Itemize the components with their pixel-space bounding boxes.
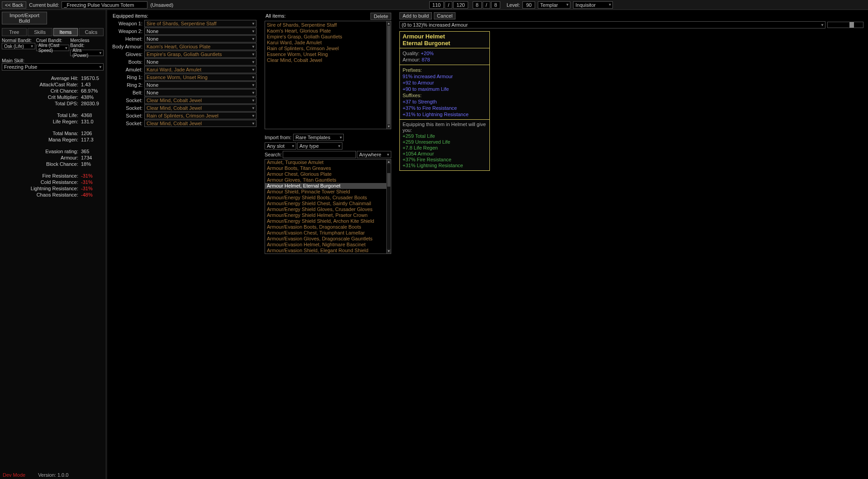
tab-calcs[interactable]: Calcs: [79, 28, 104, 36]
equip-slot-select[interactable]: Rain of Splinters, Crimson Jewel: [144, 112, 256, 119]
equip-slot-select[interactable]: Clear Mind, Cobalt Jewel: [144, 120, 256, 127]
class-select[interactable]: Templar: [538, 1, 570, 9]
list-item[interactable]: Rain of Splinters, Crimson Jewel: [267, 46, 389, 52]
build-name-input[interactable]: [62, 1, 147, 9]
normal-bandit-select[interactable]: Oak (Life): [2, 43, 35, 49]
points2: 8: [473, 1, 482, 9]
add-to-build-button[interactable]: Add to build: [399, 12, 432, 19]
equip-slot-select[interactable]: Sire of Shards, Serpentine Staff: [144, 20, 256, 27]
all-items-list[interactable]: Sire of Shards, Serpentine StaffKaom's H…: [265, 21, 391, 129]
equip-slot-label: Ring 1:: [112, 75, 144, 80]
list-item[interactable]: Armour/Energy Shield Boots, Crusader Boo…: [265, 195, 391, 201]
mod-line: +259 Total Life: [403, 133, 487, 139]
prefixes-label: Prefixes:: [403, 67, 487, 73]
list-item[interactable]: Karui Ward, Jade Amulet: [267, 40, 389, 46]
list-item[interactable]: Armour/Energy Shield Shield, Archon Kite…: [265, 218, 391, 224]
equip-slot-select[interactable]: None: [144, 81, 256, 89]
points1: 110: [429, 1, 444, 9]
equip-slot-select[interactable]: None: [144, 35, 256, 42]
points2-max: 8: [491, 1, 500, 9]
left-panel: Import/Export Build Tree Skills Items Ca…: [0, 10, 107, 479]
ascendancy-select[interactable]: Inquisitor: [573, 1, 613, 9]
template-list[interactable]: Amulet, Turquoise AmuletArmour Boots, Ti…: [265, 159, 391, 254]
cruel-bandit-select[interactable]: Alira (Cast Speed): [36, 45, 70, 51]
import-source-select[interactable]: Rare Templates: [293, 134, 344, 141]
cancel-button[interactable]: Cancel: [434, 12, 455, 19]
mod-select[interactable]: (0 to 132)% increased Armour: [399, 21, 825, 28]
equip-slot-select[interactable]: None: [144, 28, 256, 35]
mainskill-label: Main Skill:: [2, 58, 104, 63]
suffixes-label: Suffixes:: [403, 92, 487, 99]
equip-slot-label: Gloves:: [112, 52, 144, 57]
list-item[interactable]: Armour/Evasion Boots, Dragonscale Boots: [265, 224, 391, 230]
equip-slot-select[interactable]: Clear Mind, Cobalt Jewel: [144, 104, 256, 112]
scroll-up-icon[interactable]: ▲: [387, 21, 391, 26]
list-item[interactable]: Armour/Energy Shield Gloves, Crusader Gl…: [265, 207, 391, 212]
equip-slot-label: Amulet:: [112, 67, 144, 72]
import-export-button[interactable]: Import/Export Build: [2, 12, 47, 24]
mod-line: +37% Fire Resistance: [403, 157, 487, 163]
scroll-up-icon[interactable]: ▲: [387, 160, 391, 164]
search-input[interactable]: [283, 151, 356, 158]
list-item[interactable]: Armour/Evasion Chest, Triumphant Lamella…: [265, 230, 391, 236]
list-item[interactable]: Armour/Evasion Helmet, Nightmare Bascine…: [265, 242, 391, 248]
equip-slot-select[interactable]: Clear Mind, Cobalt Jewel: [144, 97, 256, 104]
delete-button[interactable]: Delete: [370, 13, 391, 20]
allitems-scrollbar[interactable]: ▲ ▼: [386, 21, 391, 129]
item-title: Armour Helmet: [403, 33, 487, 40]
search-mode-select[interactable]: Anywhere: [357, 151, 391, 158]
all-items-col: All items: Delete Sire of Shards, Serpen…: [265, 12, 391, 477]
mod-line: +1054 Armour: [403, 151, 487, 157]
templates-scrollbar[interactable]: ▲ ▼: [386, 160, 391, 254]
list-item[interactable]: Armour Shield, Pinnacle Tower Shield: [265, 189, 391, 195]
equip-slot-select[interactable]: Empire's Grasp, Goliath Gauntlets: [144, 51, 256, 58]
list-item[interactable]: Clear Mind, Cobalt Jewel: [267, 57, 389, 63]
allitems-title: All items:: [266, 13, 286, 19]
equip-slot-label: Socket:: [112, 105, 144, 111]
back-button[interactable]: << Back: [2, 1, 26, 9]
equip-label: Equipping this item in Helmet will give …: [403, 122, 487, 133]
list-item[interactable]: Sire of Shards, Serpentine Staff: [267, 22, 389, 28]
tab-items[interactable]: Items: [53, 28, 78, 36]
list-item[interactable]: Empire's Grasp, Goliath Gauntlets: [267, 34, 389, 40]
list-item[interactable]: Essence Worm, Unset Ring: [267, 52, 389, 57]
tab-tree[interactable]: Tree: [2, 28, 27, 36]
list-item[interactable]: Armour/Energy Shield Chest, Saintly Chai…: [265, 201, 391, 207]
equip-slot-select[interactable]: Essence Worm, Unset Ring: [144, 74, 256, 81]
import-from-label: Import from:: [265, 135, 291, 140]
list-item[interactable]: Armour Gloves, Titan Gauntlets: [265, 177, 391, 183]
equip-slot-label: Socket:: [112, 121, 144, 126]
list-item[interactable]: Amulet, Turquoise Amulet: [265, 160, 391, 165]
equipped-items: Equipped items: Weapon 1: Sire of Shards…: [112, 12, 256, 477]
list-item[interactable]: Kaom's Heart, Glorious Plate: [267, 28, 389, 34]
scroll-down-icon[interactable]: ▼: [387, 249, 391, 254]
equip-slot-select[interactable]: Karui Ward, Jade Amulet: [144, 66, 256, 73]
any-slot-select[interactable]: Any slot: [265, 142, 296, 150]
level-input[interactable]: [522, 1, 535, 9]
list-item[interactable]: Armour/Evasion Gloves, Dragonscale Gaunt…: [265, 236, 391, 242]
equip-slot-select[interactable]: Kaom's Heart, Glorious Plate: [144, 43, 256, 50]
scroll-down-icon[interactable]: ▼: [387, 124, 391, 129]
list-item[interactable]: Armour Helmet, Eternal Burgonet: [265, 183, 391, 189]
equip-slot-label: Ring 2:: [112, 82, 144, 88]
tab-skills[interactable]: Skills: [28, 28, 52, 36]
equipped-title: Equipped items:: [113, 13, 256, 19]
list-item[interactable]: Armour Chest, Glorious Plate: [265, 171, 391, 177]
list-item[interactable]: Armour Boots, Titan Greaves: [265, 165, 391, 171]
mod-line: +31% Lightning Resistance: [403, 163, 487, 169]
merciless-bandit-label: Merciless Bandit:: [70, 38, 104, 48]
list-item[interactable]: Armour/Energy Shield Helmet, Praetor Cro…: [265, 212, 391, 218]
mainskill-select[interactable]: Freezing Pulse: [2, 63, 104, 70]
mod-slider[interactable]: [827, 22, 863, 28]
equip-slot-select[interactable]: None: [144, 58, 256, 66]
unsaved-label: (Unsaved): [150, 2, 173, 8]
merciless-bandit-select[interactable]: Alira (Power): [70, 50, 104, 56]
list-item[interactable]: Armour/Evasion Shield, Elegant Round Shi…: [265, 248, 391, 254]
current-build-label: Current build:: [29, 2, 59, 8]
equip-slot-select[interactable]: None: [144, 89, 256, 96]
item-base: Eternal Burgonet: [403, 40, 487, 47]
mod-line: +31% to Lightning Resistance: [403, 111, 487, 117]
any-type-select[interactable]: Any type: [297, 142, 342, 150]
item-preview-col: Add to build Cancel (0 to 132)% increase…: [399, 12, 863, 477]
list-item[interactable]: Belt, Chain Belt: [265, 254, 391, 254]
